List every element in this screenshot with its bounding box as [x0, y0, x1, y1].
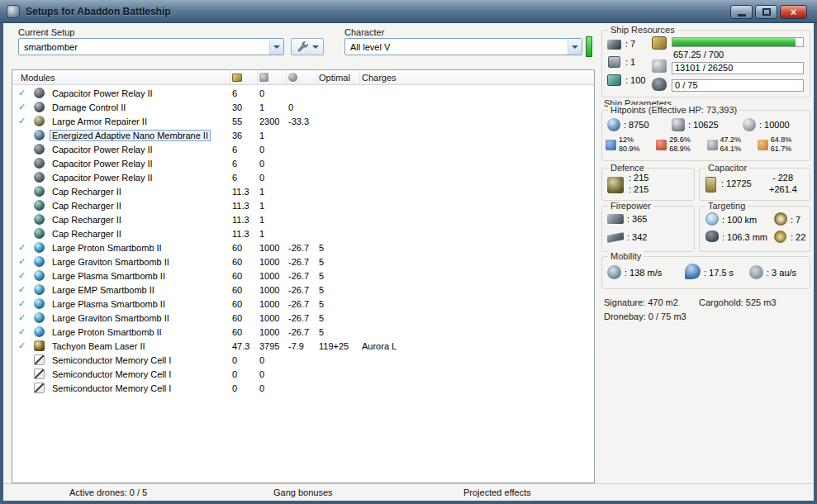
- projected-effects-toggle[interactable]: Projected effects: [463, 487, 531, 497]
- module-name[interactable]: Large Proton Smartbomb II: [50, 243, 164, 253]
- module-name[interactable]: Semiconductor Memory Cell I: [50, 355, 173, 365]
- module-active-check[interactable]: ✓: [12, 102, 34, 112]
- module-row[interactable]: ✓Large Graviton Smartbomb II601000-26.75: [12, 254, 594, 269]
- module-name-cell: Large Graviton Smartbomb II: [50, 257, 230, 267]
- smartbomb-module-icon: [34, 298, 45, 309]
- current-setup-combobox[interactable]: smartbomber: [18, 38, 284, 55]
- cpu-bar-fill: [672, 38, 796, 46]
- module-row[interactable]: ✓Large Plasma Smartbomb II601000-26.75: [12, 269, 594, 283]
- module-name[interactable]: Damage Control II: [50, 102, 127, 112]
- character-dropdown-button[interactable]: [568, 39, 582, 55]
- warp-speed-icon: [749, 265, 763, 279]
- module-active-check[interactable]: ✓: [12, 242, 34, 253]
- turret-hardpoints-value: : 7: [625, 39, 635, 49]
- module-name[interactable]: Capacitor Power Relay II: [50, 145, 154, 155]
- app-window: Setups for Abaddon Battleship × Current …: [0, 0, 817, 504]
- charges-column-header[interactable]: Charges: [360, 70, 594, 84]
- module-name[interactable]: Large Armor Repairer II: [50, 116, 149, 126]
- module-name[interactable]: Large EMP Smartbomb II: [50, 285, 156, 295]
- module-active-check[interactable]: ✓: [12, 326, 34, 337]
- module-active-check[interactable]: ✓: [12, 270, 34, 281]
- resist-values: 29.6%68.9%: [669, 136, 691, 154]
- sensor-strength-icon: [774, 231, 786, 243]
- semiconductor-module-icon: [34, 383, 45, 393]
- module-optimal: 5: [317, 271, 360, 281]
- module-row[interactable]: ✓Large EMP Smartbomb II601000-26.75: [12, 283, 594, 297]
- scan-resolution-value: : 106.3 mm: [722, 232, 767, 242]
- cpu-column-header[interactable]: [230, 70, 258, 84]
- module-row[interactable]: Semiconductor Memory Cell I00: [12, 367, 594, 381]
- module-row[interactable]: Energized Adaptive Nano Membrane II361: [12, 128, 594, 142]
- module-row[interactable]: ✓Damage Control II3010: [12, 100, 594, 114]
- module-name[interactable]: Cap Recharger II: [50, 187, 123, 197]
- armor-resist-value: 64.1%: [720, 145, 742, 154]
- module-name[interactable]: Capacitor Power Relay II: [50, 88, 154, 98]
- active-drones-toggle[interactable]: Active drones: 0 / 5: [69, 487, 147, 497]
- current-setup-dropdown-button[interactable]: [269, 39, 283, 55]
- module-powergrid: 0: [258, 145, 287, 155]
- module-name[interactable]: Capacitor Power Relay II: [50, 159, 154, 169]
- module-row[interactable]: Cap Recharger II11.31: [12, 226, 594, 240]
- optimal-column-header[interactable]: Optimal: [317, 70, 360, 84]
- module-name[interactable]: Cap Recharger II: [50, 201, 123, 211]
- module-icon-cell: [34, 116, 50, 126]
- powergrid-column-header[interactable]: [258, 70, 287, 84]
- module-row[interactable]: ✓Large Proton Smartbomb II601000-26.75: [12, 240, 594, 254]
- modules-column-header[interactable]: Modules: [12, 70, 230, 84]
- module-row[interactable]: Cap Recharger II11.31: [12, 184, 594, 198]
- max-targets-value: : 7: [791, 215, 800, 225]
- module-name[interactable]: Cap Recharger II: [50, 229, 123, 239]
- resist-thermal: 29.6%68.9%: [656, 136, 706, 154]
- module-row[interactable]: ✓Tachyon Beam Laser II47.33795-7.9119+25…: [12, 339, 594, 353]
- module-active-check[interactable]: ✓: [12, 284, 34, 295]
- module-row[interactable]: ✓Large Armor Repairer II552300-33.3: [12, 114, 594, 128]
- module-name[interactable]: Semiconductor Memory Cell I: [50, 369, 173, 379]
- module-row[interactable]: ✓Capacitor Power Relay II60: [12, 86, 594, 100]
- module-row[interactable]: Capacitor Power Relay II60: [12, 170, 594, 184]
- module-row[interactable]: Cap Recharger II11.31: [12, 198, 594, 212]
- defence-group: Defence : 215 : 215: [601, 168, 695, 201]
- module-name[interactable]: Tachyon Beam Laser II: [50, 341, 147, 351]
- maximize-button[interactable]: [755, 5, 777, 19]
- titlebar[interactable]: Setups for Abaddon Battleship ×: [0, 0, 817, 23]
- minimize-button[interactable]: [730, 5, 753, 19]
- module-name[interactable]: Large Plasma Smartbomb II: [50, 271, 167, 281]
- modules-list[interactable]: Modules Optimal Charges ✓Capacitor Power…: [12, 69, 595, 483]
- module-name[interactable]: Large Proton Smartbomb II: [50, 327, 164, 337]
- module-row[interactable]: ✓Large Proton Smartbomb II601000-26.75: [12, 325, 594, 339]
- module-row[interactable]: Semiconductor Memory Cell I00: [12, 353, 594, 367]
- module-active-check[interactable]: ✓: [12, 298, 34, 309]
- module-row[interactable]: ✓Large Graviton Smartbomb II601000-26.75: [12, 311, 594, 325]
- minimize-icon: [738, 14, 746, 17]
- module-row[interactable]: Capacitor Power Relay II60: [12, 156, 594, 170]
- module-active-check[interactable]: ✓: [12, 256, 34, 267]
- module-row[interactable]: Capacitor Power Relay II60: [12, 142, 594, 156]
- module-name-cell: Large Proton Smartbomb II: [50, 327, 230, 337]
- module-name[interactable]: Cap Recharger II: [50, 215, 123, 225]
- module-name[interactable]: Large Graviton Smartbomb II: [50, 313, 171, 323]
- module-active-check[interactable]: ✓: [12, 312, 34, 323]
- module-active-check[interactable]: ✓: [12, 340, 34, 351]
- module-row[interactable]: Semiconductor Memory Cell I00: [12, 381, 594, 395]
- module-name-cell: Large Plasma Smartbomb II: [50, 271, 230, 281]
- module-name[interactable]: Large Plasma Smartbomb II: [50, 299, 167, 309]
- module-icon-cell: [34, 340, 50, 351]
- module-name[interactable]: Semiconductor Memory Cell I: [50, 383, 173, 393]
- capacitor-column-header[interactable]: [287, 70, 317, 84]
- gang-bonuses-toggle[interactable]: Gang bonuses: [273, 487, 333, 497]
- character-combobox[interactable]: All level V: [344, 38, 582, 55]
- recharger-module-icon: [34, 228, 45, 239]
- dronebay-resource-icon: [652, 78, 667, 91]
- module-name[interactable]: Large Graviton Smartbomb II: [50, 257, 171, 267]
- module-icon-cell: [34, 130, 50, 140]
- close-button[interactable]: ×: [780, 5, 807, 19]
- kinetic-damage-icon: [707, 140, 718, 150]
- module-active-check[interactable]: ✓: [12, 116, 34, 126]
- module-row[interactable]: ✓Large Plasma Smartbomb II601000-26.75: [12, 297, 594, 311]
- resist-row: 12%80.9%29.6%68.9%47.2%64.1%64.8%61.7%: [606, 136, 808, 154]
- setup-tools-button[interactable]: [291, 38, 324, 55]
- module-name[interactable]: Energized Adaptive Nano Membrane II: [50, 130, 211, 141]
- module-active-check[interactable]: ✓: [12, 88, 34, 98]
- module-row[interactable]: Cap Recharger II11.31: [12, 212, 594, 226]
- module-name[interactable]: Capacitor Power Relay II: [50, 173, 154, 183]
